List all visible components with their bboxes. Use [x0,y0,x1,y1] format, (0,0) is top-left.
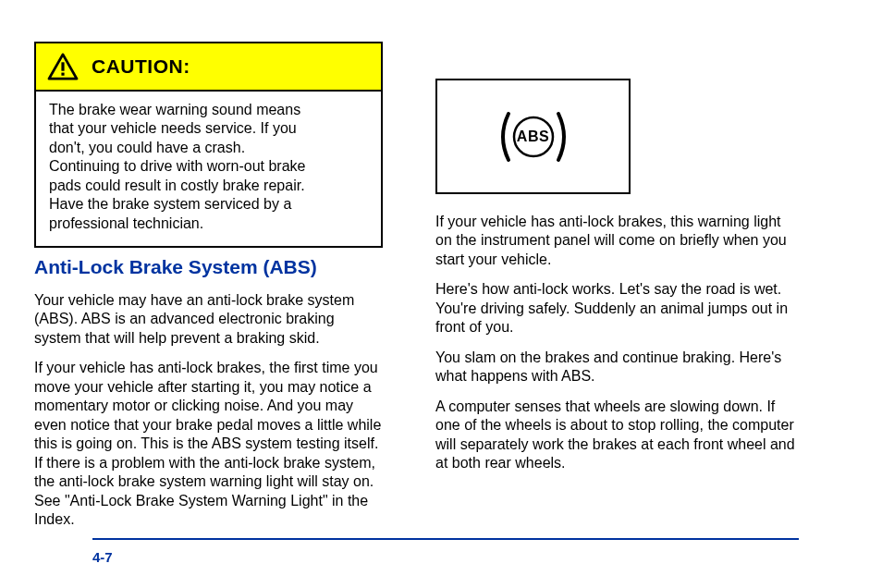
caution-box: CAUTION: The brake wear warning sound me… [34,42,383,248]
right-text-column: If your vehicle has anti-lock brakes, th… [435,213,801,484]
caution-line: The brake wear warning sound means [49,101,368,119]
warning-triangle-icon [47,53,79,80]
paragraph: A computer senses that wheels are slowin… [435,398,801,473]
caution-label: CAUTION: [92,55,190,78]
caution-body: The brake wear warning sound means that … [36,92,381,246]
caution-header: CAUTION: [36,43,381,92]
left-text-column: Anti-Lock Brake System (ABS) Your vehicl… [34,255,383,541]
caution-line: pads could result in costly brake repair… [49,177,368,195]
caution-line: that your vehicle needs service. If you [49,119,368,138]
paragraph: If your vehicle has anti-lock brakes, th… [34,359,383,529]
footer-rule [92,538,799,540]
svg-rect-2 [61,73,64,76]
paragraph: Your vehicle may have an anti-lock brake… [34,291,383,348]
page-number: 4-7 [92,549,113,565]
caution-line: Continuing to drive with worn-out brake [49,157,368,176]
section-heading: Anti-Lock Brake System (ABS) [34,255,383,280]
abs-symbol-icon: ABS [493,108,574,165]
abs-indicator-figure: ABS [435,79,631,194]
paragraph: If your vehicle has anti-lock brakes, th… [435,213,801,269]
abs-label: ABS [517,129,549,145]
caution-line: professional technician. [49,214,368,233]
svg-rect-1 [61,62,64,70]
paragraph: Here's how anti-lock works. Let's say th… [435,280,801,337]
caution-line: don't, you could have a crash. [49,139,368,157]
caution-line: Have the brake system serviced by a [49,195,368,214]
paragraph: You slam on the brakes and continue brak… [435,349,801,386]
